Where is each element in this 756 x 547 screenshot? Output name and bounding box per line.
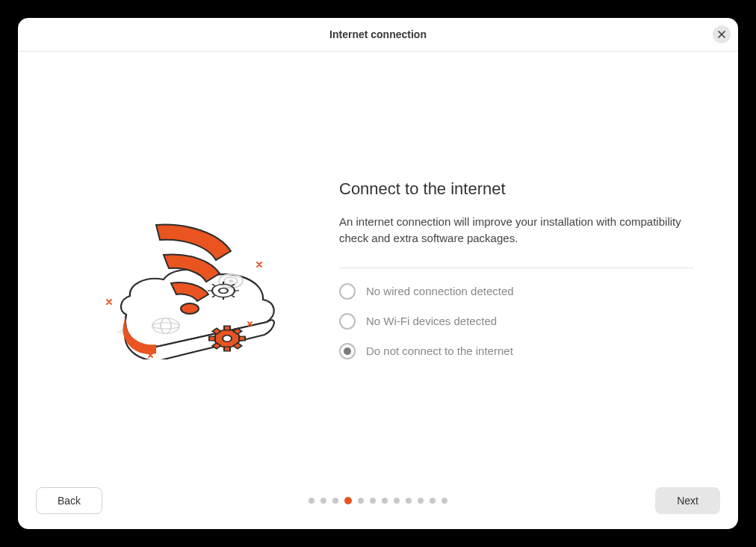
option-wired: No wired connection detected bbox=[339, 283, 693, 300]
page-heading: Connect to the internet bbox=[339, 179, 693, 199]
step-dot bbox=[320, 498, 326, 504]
step-dot bbox=[309, 498, 315, 504]
footer: Back Next bbox=[18, 487, 738, 529]
option-no-connect[interactable]: Do not connect to the internet bbox=[339, 343, 693, 359]
divider bbox=[339, 268, 693, 268]
svg-rect-20 bbox=[224, 326, 230, 330]
installer-window: Internet connection bbox=[18, 18, 738, 529]
radio-indicator bbox=[339, 313, 356, 330]
next-button[interactable]: Next bbox=[655, 487, 720, 514]
connection-options: No wired connection detected No Wi-Fi de… bbox=[339, 283, 693, 359]
svg-rect-22 bbox=[209, 336, 215, 341]
step-dot bbox=[358, 498, 364, 504]
text-panel: Connect to the internet An internet conn… bbox=[339, 179, 708, 359]
step-dot bbox=[382, 498, 388, 504]
step-dot bbox=[418, 498, 424, 504]
svg-point-1 bbox=[181, 303, 199, 314]
option-label: No Wi-Fi devices detected bbox=[366, 315, 497, 327]
step-dot bbox=[394, 498, 400, 504]
option-label: Do not connect to the internet bbox=[366, 344, 513, 357]
svg-point-4 bbox=[229, 279, 233, 282]
close-button[interactable] bbox=[713, 25, 731, 43]
step-dot bbox=[370, 498, 376, 504]
step-dot bbox=[406, 498, 412, 504]
svg-rect-23 bbox=[239, 336, 245, 341]
window-title: Internet connection bbox=[329, 28, 427, 40]
radio-indicator bbox=[339, 343, 356, 359]
titlebar: Internet connection bbox=[18, 18, 738, 52]
content-area: Connect to the internet An internet conn… bbox=[18, 52, 738, 487]
radio-indicator bbox=[339, 283, 356, 300]
page-description: An internet connection will improve your… bbox=[339, 214, 693, 247]
step-dot bbox=[332, 498, 338, 504]
step-dot bbox=[441, 498, 447, 504]
svg-rect-21 bbox=[224, 347, 230, 351]
svg-point-19 bbox=[223, 335, 232, 341]
step-dot bbox=[430, 498, 436, 504]
option-wifi: No Wi-Fi devices detected bbox=[339, 313, 693, 330]
step-dot bbox=[344, 497, 352, 504]
illustration-wifi-cloud bbox=[48, 180, 339, 359]
close-icon bbox=[717, 30, 726, 39]
back-button[interactable]: Back bbox=[36, 487, 102, 514]
step-dots bbox=[309, 498, 447, 504]
option-label: No wired connection detected bbox=[366, 285, 514, 297]
